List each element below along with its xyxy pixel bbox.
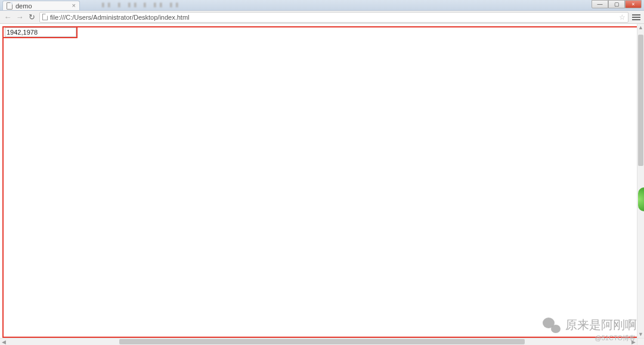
cto-watermark: @51CTO博客 xyxy=(595,334,636,343)
tab-strip: demo × ▮▮ ▮ ▮▮ ▮ ▮▮ ▮▮ — ▢ × xyxy=(0,0,644,11)
address-bar[interactable]: file:///C:/Users/Administrator/Desktop/i… xyxy=(39,12,628,23)
side-widget-icon[interactable] xyxy=(638,187,644,211)
wechat-icon xyxy=(543,318,561,333)
window-minimize-button[interactable]: — xyxy=(592,0,608,8)
scroll-left-button[interactable]: ◀ xyxy=(0,338,7,345)
window-close-button[interactable]: × xyxy=(625,0,642,8)
wechat-watermark: 原来是阿刚啊 xyxy=(543,317,637,333)
page-viewport xyxy=(0,24,644,345)
page-icon xyxy=(7,2,13,10)
browser-toolbar: ← → ↻ file:///C:/Users/Administrator/Des… xyxy=(0,11,644,24)
url-text: file:///C:/Users/Administrator/Desktop/i… xyxy=(50,14,190,21)
vertical-scroll-track[interactable] xyxy=(637,31,644,331)
window-controls: — ▢ × xyxy=(592,0,642,8)
tab-title: demo xyxy=(16,2,32,10)
forward-button[interactable]: → xyxy=(16,13,24,21)
blurred-menu-area: ▮▮ ▮ ▮▮ ▮ ▮▮ ▮▮ xyxy=(101,1,181,8)
bookmark-star-icon[interactable]: ☆ xyxy=(619,13,626,21)
back-button[interactable]: ← xyxy=(4,13,12,21)
highlighted-body-frame xyxy=(2,26,638,338)
scrollbar-corner xyxy=(637,338,644,345)
wechat-watermark-text: 原来是阿刚啊 xyxy=(565,317,637,333)
scroll-down-button[interactable]: ▼ xyxy=(637,331,644,338)
reload-button[interactable]: ↻ xyxy=(27,13,36,21)
horizontal-scroll-thumb[interactable] xyxy=(119,339,525,344)
scroll-up-button[interactable]: ▲ xyxy=(637,24,644,31)
hamburger-menu-button[interactable] xyxy=(632,14,640,20)
text-input[interactable] xyxy=(5,27,76,37)
tab-close-button[interactable]: × xyxy=(72,2,76,9)
vertical-scroll-thumb[interactable] xyxy=(638,35,643,166)
window-maximize-button[interactable]: ▢ xyxy=(608,0,625,8)
file-icon xyxy=(42,14,48,20)
browser-tab[interactable]: demo × xyxy=(2,1,80,10)
horizontal-scrollbar[interactable]: ◀ ▶ xyxy=(0,338,637,345)
vertical-scrollbar[interactable]: ▲ ▼ xyxy=(637,24,644,338)
highlighted-input-frame xyxy=(2,26,78,38)
